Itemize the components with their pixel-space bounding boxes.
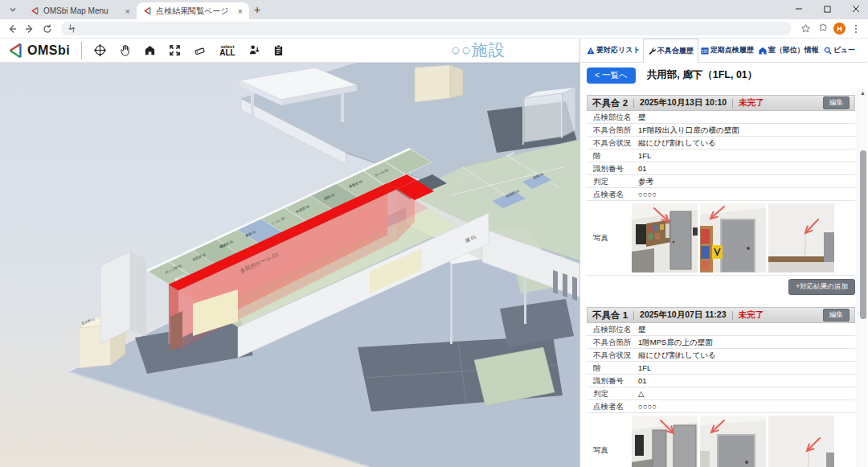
wrench-icon — [648, 47, 656, 55]
maximize-icon[interactable] — [824, 6, 831, 13]
omsbi-favicon — [31, 6, 39, 15]
forward-button[interactable] — [23, 22, 37, 36]
defect-date: 2025年10月07日 11:23 — [640, 309, 726, 321]
field-value: 1F階段出入り口扉の横の壁面 — [638, 125, 739, 134]
field-row: 不具合箇所1階MPS扉の上の壁面 — [587, 336, 855, 349]
field-label: 判定 — [593, 177, 638, 186]
browser-tab-strip: OMSbi Map Menu × 点検結果閲覧ページ × + — [0, 0, 868, 19]
tab-label: ビュー — [833, 45, 855, 55]
omsbi-logo: OMSbi — [6, 42, 70, 59]
field-label: 不具合状況 — [593, 350, 638, 359]
panel-tab-3[interactable]: 室（部位）情報 — [756, 39, 821, 62]
tab-title: 点検結果閲覧ページ — [156, 6, 234, 17]
defect-card-header: 不具合 12025年10月07日 11:23未完了編集 — [587, 307, 855, 323]
field-value: 参考 — [638, 177, 653, 186]
divider — [81, 42, 82, 59]
field-value: ○○○○ — [638, 402, 657, 411]
add-result-button[interactable]: +対応結果の追加 — [788, 279, 855, 295]
reload-button[interactable] — [40, 22, 55, 36]
menu-icon[interactable] — [849, 22, 863, 36]
back-button[interactable] — [5, 22, 19, 36]
home-view-icon[interactable] — [144, 44, 156, 56]
scroll-up-icon[interactable]: ▲ — [858, 88, 868, 97]
defect-photo[interactable] — [700, 203, 766, 272]
defect-status: 未完了 — [739, 309, 764, 321]
home-icon — [759, 47, 767, 55]
tab-label: 定期点検履歴 — [710, 45, 754, 55]
field-row: 不具合状況縦にひび割れしている — [587, 137, 855, 150]
field-value: 縦にひび割れしている — [638, 350, 716, 359]
browser-tab-results[interactable]: 点検結果閲覧ページ × — [137, 2, 249, 19]
tag-tool-icon[interactable] — [194, 45, 207, 56]
defect-photo[interactable] — [768, 203, 834, 272]
defect-list: 不具合 22025年10月13日 10:10未完了編集点検部位名壁不具合箇所1F… — [580, 88, 867, 467]
tab-label: 不具合履歴 — [657, 46, 694, 56]
site-settings-icon — [68, 24, 76, 33]
panel-tabs: 要対応リスト不具合履歴定期点検履歴室（部位）情報ビュー — [580, 39, 867, 63]
rooftop-structure — [415, 65, 463, 102]
pan-hand-tool-icon[interactable] — [120, 44, 131, 56]
defect-photo[interactable] — [632, 203, 698, 272]
panel-scrollbar[interactable]: ▲ — [857, 88, 867, 467]
field-label: 点検部位名 — [593, 113, 638, 121]
field-label: 点検部位名 — [593, 325, 638, 334]
tab-title: OMSbi Map Menu — [43, 6, 121, 15]
edit-button[interactable]: 編集 — [823, 309, 850, 322]
panel-tab-1[interactable]: 不具合履歴 — [643, 39, 698, 63]
field-row: 点検者名○○○○ — [587, 400, 855, 413]
field-value: 1階MPS扉の上の壁面 — [638, 338, 713, 346]
field-label: 不具合状況 — [593, 138, 638, 147]
tab-label: 室（部位）情報 — [768, 45, 819, 55]
defect-photo[interactable] — [768, 416, 834, 467]
minimize-icon[interactable] — [795, 5, 803, 13]
back-to-list-button[interactable]: < 一覧へ — [587, 68, 636, 84]
photo-label: 写真 — [587, 203, 632, 272]
field-value: 1FL — [638, 151, 651, 160]
new-tab-button[interactable]: + — [249, 2, 265, 18]
field-row: 点検者名○○○○ — [587, 188, 855, 201]
field-label: 判定 — [593, 389, 638, 398]
photo-row: 写真 — [587, 413, 855, 467]
warning-icon — [587, 47, 595, 55]
bookmark-star-icon[interactable] — [798, 22, 813, 36]
clipboard-tool-icon[interactable] — [273, 44, 284, 56]
edit-button[interactable]: 編集 — [823, 96, 850, 109]
import-data-icon[interactable] — [248, 44, 260, 56]
field-label: 不具合箇所 — [593, 125, 638, 134]
profile-avatar[interactable]: H — [833, 23, 845, 35]
select-all-button[interactable]: selectALL — [219, 45, 235, 56]
orbit-tool-icon[interactable] — [93, 43, 107, 57]
logo-text: OMSbi — [27, 43, 70, 58]
calendar-icon — [701, 47, 709, 55]
omsbi-favicon — [143, 6, 152, 15]
tab-close-icon[interactable]: × — [238, 7, 243, 15]
tab-label: 要対応リスト — [596, 45, 641, 55]
photo-label: 写真 — [587, 416, 632, 467]
tab-close-icon[interactable]: × — [125, 7, 130, 15]
field-label: 不具合箇所 — [593, 338, 638, 346]
field-row: 点検部位名壁 — [587, 323, 855, 336]
panel-tab-0[interactable]: 要対応リスト — [584, 39, 643, 62]
scrollbar-thumb[interactable] — [860, 150, 866, 319]
extensions-icon[interactable] — [816, 22, 830, 36]
defect-photo[interactable] — [700, 416, 766, 467]
browser-tab-map-menu[interactable]: OMSbi Map Menu × — [24, 2, 137, 19]
defect-photo[interactable] — [632, 416, 698, 467]
close-icon[interactable] — [852, 5, 860, 13]
field-row: 不具合箇所1F階段出入り口扉の横の壁面 — [587, 124, 855, 137]
zoom-extents-icon[interactable] — [169, 44, 181, 56]
app-toolbar: OMSbi selectALL ○○施設 — [0, 39, 579, 63]
defect-card: 不具合 22025年10月13日 10:10未完了編集点検部位名壁不具合箇所1F… — [587, 95, 855, 298]
defect-card: 不具合 12025年10月07日 11:23未完了編集点検部位名壁不具合箇所1階… — [587, 307, 855, 467]
panel-tab-4[interactable]: ビュー — [821, 39, 858, 62]
field-row: 不具合状況縦にひび割れしている — [587, 349, 855, 362]
map-3d-view[interactable]: 廊下.01多目的ホール.01塀.01ポンプ室.01電気室.01機械室.01倉庫.… — [0, 63, 579, 467]
url-bar[interactable] — [61, 22, 792, 35]
field-value: △ — [638, 389, 644, 398]
defect-card-header: 不具合 22025年10月13日 10:10未完了編集 — [587, 95, 855, 111]
field-row: 識別番号01 — [587, 375, 855, 387]
panel-tab-2[interactable]: 定期点検履歴 — [698, 39, 756, 62]
field-value: ○○○○ — [638, 190, 657, 199]
tab-search-button[interactable] — [6, 3, 19, 16]
field-value: 1FL — [638, 363, 651, 372]
